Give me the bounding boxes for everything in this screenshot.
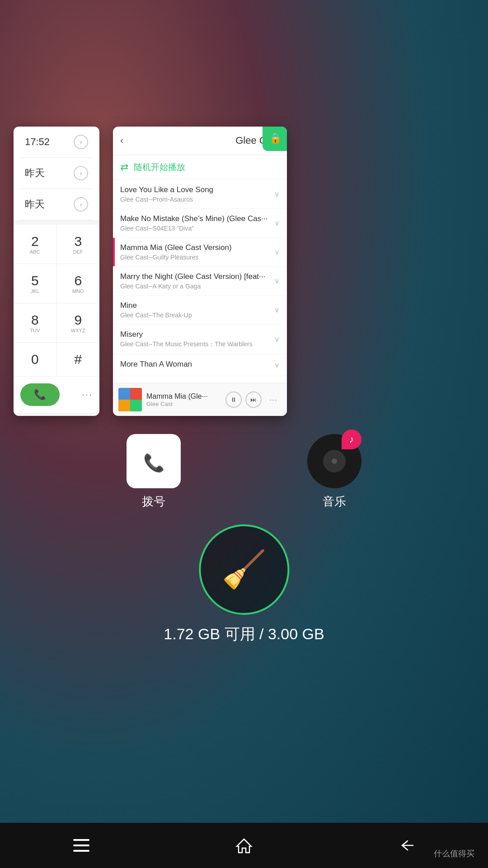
dialer-key-6[interactable]: 6 MNO — [57, 264, 100, 303]
key-num: 3 — [61, 234, 95, 249]
more-button[interactable]: ··· — [265, 392, 282, 408]
song-title: Mamma Mia (Glee Cast Version) — [120, 243, 271, 252]
key-num: 2 — [18, 234, 52, 249]
app-icons-row: 📞 拨号 ♪ 音乐 — [0, 434, 488, 509]
dialer-card[interactable]: 17:52 › 昨天 › 昨天 › 2 ABC 3 — [14, 127, 99, 416]
cleaner-circle: 🧹 — [199, 524, 289, 615]
dialer-time-row: 17:52 › — [20, 127, 93, 158]
song-artist: Glee Cast--The Break-Up — [120, 311, 271, 319]
pause-button[interactable]: ⏸ — [225, 392, 242, 408]
dialer-key-0[interactable]: 0 — [14, 343, 56, 376]
watermark: 什么值得买 — [434, 848, 474, 859]
call-button[interactable]: 📞 — [20, 383, 60, 406]
svg-text:📞: 📞 — [143, 453, 165, 473]
album-art-grid — [118, 388, 142, 411]
dialer-yesterday2: 昨天 — [25, 198, 45, 211]
now-playing-bar: Mamma Mia (Gle··· Glee Cast ⏸ ⏭ ··· — [113, 383, 287, 416]
recent-apps: 17:52 › 昨天 › 昨天 › 2 ABC 3 — [0, 127, 488, 416]
dialer-chevron-yesterday2[interactable]: › — [74, 197, 88, 212]
song-title: Misery — [120, 330, 271, 339]
thumb-cell-2 — [130, 388, 142, 400]
song-item[interactable]: Love You Like a Love Song Glee Cast--Pro… — [113, 180, 287, 209]
dialer-key-2[interactable]: 2 ABC — [14, 225, 56, 264]
song-chevron-icon: ∨ — [274, 361, 280, 369]
dialer-yesterday1: 昨天 — [25, 166, 45, 180]
dialer-header: 17:52 › 昨天 › 昨天 › — [14, 127, 99, 220]
menu-button[interactable] — [63, 832, 99, 859]
dialer-key-9[interactable]: 9 WXYZ — [57, 303, 100, 342]
song-item-playing[interactable]: Mamma Mia (Glee Cast Version) Glee Cast-… — [113, 238, 287, 267]
music-disc-hole — [332, 458, 337, 464]
key-num: 5 — [18, 273, 52, 288]
key-num: 0 — [18, 352, 52, 367]
song-chevron-icon: ∨ — [274, 248, 280, 256]
music-app-icon[interactable]: ♪ 音乐 — [307, 434, 361, 509]
song-chevron-icon: ∨ — [274, 190, 280, 198]
song-info: Make No Mistake (She's Mine) (Glee Cas··… — [120, 214, 271, 232]
phone-icon-bg: 📞 — [127, 434, 181, 488]
cleaner-widget[interactable]: 🧹 1.72 GB 可用 / 3.00 GB — [164, 524, 324, 645]
thumb-cell-4 — [130, 400, 142, 411]
dialer-key-hash[interactable]: # — [57, 343, 100, 376]
song-item[interactable]: Mine Glee Cast--The Break-Up ∨ — [113, 296, 287, 325]
song-info: More Than A Woman — [120, 360, 271, 370]
song-info: Love You Like a Love Song Glee Cast--Pro… — [120, 185, 271, 203]
desktop: 17:52 › 昨天 › 昨天 › 2 ABC 3 — [0, 0, 488, 868]
more-dots[interactable]: ··· — [82, 389, 93, 401]
key-letters: JKL — [18, 288, 52, 294]
dialer-key-5[interactable]: 5 JKL — [14, 264, 56, 303]
song-artist: Glee Cast--A Katy or a Gaga — [120, 283, 271, 290]
dialer-time: 17:52 — [25, 136, 50, 148]
song-title: Mine — [120, 301, 271, 310]
song-item[interactable]: Marry the Night (Glee Cast Version) [fea… — [113, 267, 287, 296]
song-artist: Glee Cast--The Music Presents：The Warble… — [120, 340, 271, 349]
bottom-navigation — [0, 823, 488, 868]
song-title: Marry the Night (Glee Cast Version) [fea… — [120, 272, 271, 281]
key-num: 9 — [61, 312, 95, 328]
key-letters: MNO — [61, 288, 95, 294]
phone-app-icon[interactable]: 📞 拨号 — [127, 434, 181, 509]
now-playing-artist: Glee Cast — [146, 401, 221, 407]
now-playing-thumbnail — [118, 388, 142, 411]
music-disc-center — [323, 450, 346, 472]
music-icon-container: ♪ — [307, 434, 361, 488]
back-icon — [399, 839, 415, 852]
phone-svg-icon: 📞 — [138, 445, 169, 477]
song-artist: Glee Cast--Guilty Pleasures — [120, 254, 271, 261]
phone-app-label: 拨号 — [142, 494, 165, 509]
dialer-bottom-bar: 📞 ··· — [14, 376, 99, 413]
home-button[interactable] — [226, 832, 262, 859]
key-letters: TUV — [18, 328, 52, 333]
song-info: Misery Glee Cast--The Music Presents：The… — [120, 330, 271, 349]
song-info: Marry the Night (Glee Cast Version) [fea… — [120, 272, 271, 290]
key-letters: DEF — [61, 249, 95, 255]
back-button[interactable] — [389, 832, 425, 859]
svg-rect-2 — [73, 839, 89, 841]
lock-badge: 🔒 — [263, 127, 287, 151]
next-button[interactable]: ⏭ — [245, 392, 262, 408]
cleaner-storage-text: 1.72 GB 可用 / 3.00 GB — [164, 624, 324, 645]
watermark-text: 什么值得买 — [434, 849, 474, 858]
dialer-chevron-time[interactable]: › — [74, 135, 88, 149]
back-button[interactable]: ‹ — [120, 135, 123, 146]
menu-icon — [73, 839, 89, 852]
dialer-keypad: 2 ABC 3 DEF 5 JKL 6 MNO 8 TUV — [14, 225, 99, 376]
music-app-label: 音乐 — [323, 494, 346, 509]
dialer-key-3[interactable]: 3 DEF — [57, 225, 100, 264]
shuffle-row[interactable]: ⇄ 随机开始播放 — [113, 155, 287, 180]
music-header: ‹ Glee Cast 🔒 — [113, 127, 287, 155]
thumb-cell-1 — [118, 388, 130, 400]
dialer-chevron-yesterday1[interactable]: › — [74, 166, 88, 180]
svg-marker-5 — [237, 839, 251, 853]
music-card[interactable]: ‹ Glee Cast 🔒 ⇄ 随机开始播放 Love You Like a L… — [113, 127, 287, 416]
key-num: # — [61, 352, 95, 367]
song-item[interactable]: More Than A Woman ∨ — [113, 354, 287, 376]
thumb-cell-3 — [118, 400, 130, 411]
song-item[interactable]: Make No Mistake (She's Mine) (Glee Cas··… — [113, 209, 287, 238]
svg-rect-3 — [73, 844, 89, 846]
song-item[interactable]: Misery Glee Cast--The Music Presents：The… — [113, 325, 287, 354]
song-artist: Glee Cast--S04E13 "Diva" — [120, 225, 271, 232]
playback-controls: ⏸ ⏭ ··· — [225, 392, 282, 408]
song-chevron-icon: ∨ — [274, 335, 280, 344]
dialer-key-8[interactable]: 8 TUV — [14, 303, 56, 342]
